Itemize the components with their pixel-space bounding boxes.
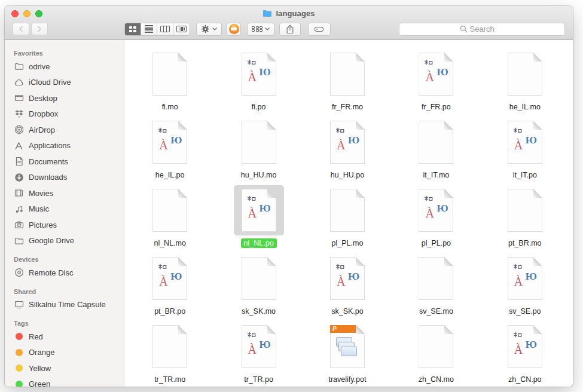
share-button[interactable] <box>279 23 301 36</box>
sidebar-item-tag-red[interactable]: Red <box>5 329 124 345</box>
tag-button[interactable] <box>308 23 331 36</box>
file-name: zh_CN.po <box>505 375 545 384</box>
file-icon <box>500 185 550 235</box>
column-view-button[interactable] <box>157 23 173 35</box>
sidebar-item-label: iCloud Drive <box>29 78 71 87</box>
file-item[interactable]: nl_NL.mo <box>126 179 214 247</box>
sidebar-item-pictures[interactable]: Pictures <box>5 217 124 233</box>
cyrillic-yu-glyph: Ю <box>260 66 271 78</box>
file-item[interactable]: tr_TR.mo <box>126 315 214 383</box>
file-item[interactable]: À Ю tr_TR.po <box>214 315 303 383</box>
forward-button[interactable] <box>31 23 48 35</box>
cjk-glyph-icon <box>247 195 256 204</box>
tag-color-dot <box>16 333 23 340</box>
tag-color-dot <box>16 381 23 387</box>
file-item[interactable]: he_IL.mo <box>481 42 569 111</box>
poedit-template-document-icon: P <box>330 325 365 368</box>
folder-icon <box>14 235 24 246</box>
file-item[interactable]: À Ю it_IT.po <box>481 111 569 179</box>
file-item[interactable]: À Ю hu_HU.po <box>303 111 392 179</box>
sidebar-item-remote-disc[interactable]: Remote Disc <box>5 265 124 281</box>
file-item[interactable]: zh_CN.mo <box>392 315 480 383</box>
sidebar-item-airdrop[interactable]: AirDrop <box>5 122 124 138</box>
chevron-down-icon <box>212 27 217 30</box>
intl-text-document-icon: À Ю <box>508 257 542 300</box>
page-fold-icon <box>356 53 365 62</box>
latin-a-glyph: À <box>514 343 523 357</box>
action-menu-button[interactable] <box>196 23 222 36</box>
sidebar-item-music[interactable]: Music <box>5 201 124 218</box>
file-item[interactable]: À Ю pt_BR.po <box>126 247 214 315</box>
sidebar-item-dropbox[interactable]: Dropbox <box>5 106 124 122</box>
sidebar-section-tags: Tags <box>5 317 124 329</box>
icon-view-button[interactable] <box>125 23 141 35</box>
sidebar-item-tag-yellow[interactable]: Yellow <box>5 360 124 376</box>
folder-icon <box>262 10 272 17</box>
tag-color-dot <box>16 365 23 372</box>
arrange-menu-button[interactable] <box>247 23 274 36</box>
cyrillic-yu-glyph: Ю <box>260 203 271 215</box>
file-item[interactable]: À Ю he_IL.po <box>126 111 214 179</box>
file-item[interactable]: À Ю fi.po <box>214 42 303 111</box>
sidebar-item-desktop[interactable]: Desktop <box>5 90 124 106</box>
file-icon: À Ю <box>500 321 550 372</box>
file-icon: À Ю <box>411 49 461 99</box>
file-icon <box>411 117 461 167</box>
file-icon: À Ю <box>322 117 373 167</box>
sidebar-item-tag-orange[interactable]: Orange <box>5 345 124 361</box>
intl-text-document-icon: À Ю <box>242 53 276 96</box>
file-icon <box>322 49 373 99</box>
sidebar-item-applications[interactable]: Applications <box>5 138 124 154</box>
cjk-glyph-icon <box>513 127 522 136</box>
file-item-selected[interactable]: À Ю nl_NL.po <box>214 179 303 247</box>
close-button[interactable] <box>11 10 19 17</box>
file-item[interactable]: pt_BR.mo <box>481 179 569 247</box>
poedit-app-button[interactable] <box>227 23 241 36</box>
file-item[interactable]: hu_HU.mo <box>214 111 303 179</box>
sidebar-item-time-capsule[interactable]: Silkalnu Time Capsule <box>5 297 124 313</box>
search-field[interactable] <box>399 23 565 36</box>
sidebar-item-documents[interactable]: Documents <box>5 154 124 170</box>
file-item[interactable]: it_IT.mo <box>392 111 480 179</box>
coverflow-view-button[interactable] <box>173 23 190 35</box>
blank-document-icon <box>152 53 187 96</box>
share-icon <box>286 24 294 34</box>
file-item[interactable]: sv_SE.mo <box>392 247 480 315</box>
sidebar-item-odrive[interactable]: odrive <box>5 59 124 75</box>
sidebar-item-google-drive[interactable]: Google Drive <box>5 233 124 249</box>
sidebar-item-label: Documents <box>29 157 68 166</box>
dropbox-icon <box>14 109 24 119</box>
sidebar-item-label: odrive <box>29 62 50 71</box>
titlebar[interactable]: languages <box>5 6 573 21</box>
cyrillic-yu-glyph: Ю <box>170 271 182 283</box>
cjk-glyph-icon <box>335 264 344 272</box>
page-fold-icon <box>267 53 276 62</box>
file-item[interactable]: À Ю fr_FR.po <box>392 42 480 111</box>
file-item[interactable]: P travelify.pot <box>303 315 392 383</box>
file-item[interactable]: À Ю sk_SK.po <box>303 247 392 315</box>
file-item[interactable]: pl_PL.mo <box>303 179 392 247</box>
search-input[interactable] <box>470 24 505 33</box>
minimize-button[interactable] <box>23 10 30 17</box>
file-item[interactable]: À Ю pl_PL.po <box>392 179 480 247</box>
file-item[interactable]: sk_SK.mo <box>214 247 303 315</box>
sidebar-item-tag-green[interactable]: Green <box>5 376 124 387</box>
sidebar-item-icloud-drive[interactable]: iCloud Drive <box>5 75 124 91</box>
file-icon <box>234 117 284 167</box>
file-item[interactable]: À Ю sv_SE.po <box>481 247 569 315</box>
back-button[interactable] <box>13 23 29 35</box>
latin-a-glyph: À <box>248 343 257 357</box>
applications-icon <box>14 140 24 151</box>
sidebar-item-movies[interactable]: Movies <box>5 185 124 201</box>
list-view-button[interactable] <box>141 23 157 35</box>
zoom-button[interactable] <box>35 10 42 17</box>
file-item[interactable]: À Ю zh_CN.po <box>481 315 569 383</box>
tag-color-dot <box>16 349 23 356</box>
cyrillic-yu-glyph: Ю <box>348 134 359 146</box>
sidebar-item-downloads[interactable]: Downloads <box>5 170 124 186</box>
file-item[interactable]: fi.mo <box>126 42 214 111</box>
folder-icon <box>14 62 24 72</box>
file-item[interactable]: fr_FR.mo <box>303 42 392 111</box>
file-icon <box>411 321 461 372</box>
cyrillic-yu-glyph: Ю <box>437 66 448 78</box>
